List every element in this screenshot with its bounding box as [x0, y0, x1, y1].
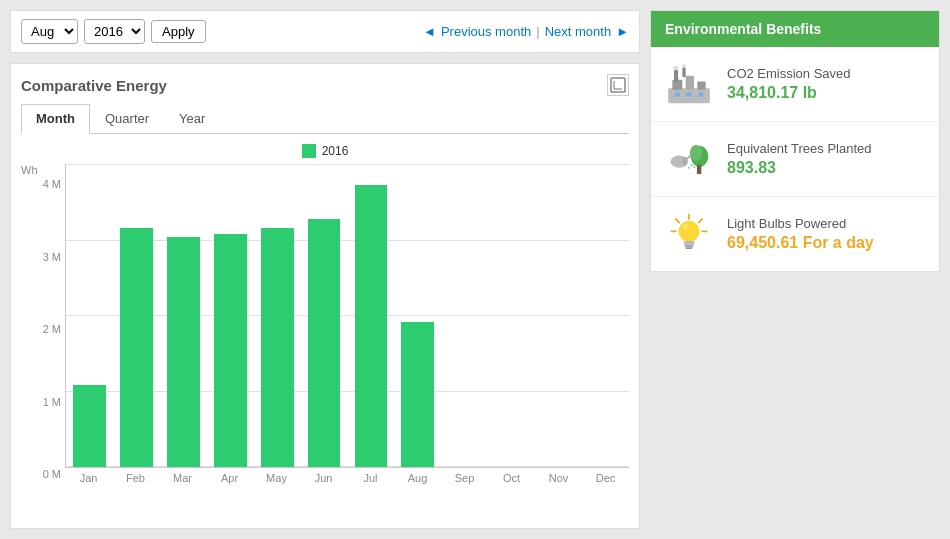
nav-links: ◄ Previous month | Next month ► [423, 24, 629, 39]
month-select[interactable]: JanFebMarApr MayJunJulAug SepOctNovDec [21, 19, 78, 44]
env-text-bulbs: Light Bulbs Powered 69,450.61 For a day [727, 216, 927, 252]
factory-icon [663, 61, 715, 107]
y-label-0m: 0 M [43, 468, 61, 480]
bulb-icon [663, 211, 715, 257]
env-label-trees: Equivalent Trees Planted [727, 141, 927, 156]
legend-label-2016: 2016 [322, 144, 349, 158]
tab-month[interactable]: Month [21, 104, 90, 134]
bar-mar [160, 164, 207, 467]
x-label-sep: Sep [441, 468, 488, 484]
prev-month-link[interactable]: Previous month [441, 24, 531, 39]
x-label-apr: Apr [206, 468, 253, 484]
svg-point-20 [688, 167, 690, 169]
bar-aug [394, 164, 441, 467]
svg-rect-7 [674, 70, 678, 82]
env-label-co2: CO2 Emission Saved [727, 66, 927, 81]
bar-jun [301, 164, 348, 467]
x-label-jul: Jul [347, 468, 394, 484]
svg-point-18 [691, 164, 693, 166]
wh-label: Wh [21, 164, 38, 176]
svg-point-10 [682, 64, 686, 67]
bars-row [66, 164, 629, 467]
year-select[interactable]: 2014201520162017 [84, 19, 145, 44]
x-label-aug: Aug [394, 468, 441, 484]
bar-oct [488, 164, 535, 467]
tree-icon [663, 136, 715, 182]
y-label-3m: 3 M [43, 251, 61, 263]
svg-point-30 [683, 223, 688, 230]
next-month-icon: ► [616, 24, 629, 39]
legend-color-2016 [302, 144, 316, 158]
main-container: JanFebMarApr MayJunJulAug SepOctNovDec 2… [0, 0, 950, 539]
top-bar: JanFebMarApr MayJunJulAug SepOctNovDec 2… [10, 10, 640, 53]
svg-rect-12 [687, 92, 692, 96]
x-label-feb: Feb [112, 468, 159, 484]
bars-area [65, 164, 629, 468]
nav-separator: | [536, 24, 539, 39]
chart-legend: 2016 [21, 144, 629, 158]
env-value-bulbs: 69,450.61 For a day [727, 234, 927, 252]
env-header: Environmental Benefits [651, 11, 939, 47]
svg-point-9 [673, 66, 678, 70]
env-item-co2: CO2 Emission Saved 34,810.17 lb [651, 47, 939, 122]
svg-rect-33 [685, 247, 692, 249]
x-label-mar: Mar [159, 468, 206, 484]
svg-line-27 [676, 219, 680, 223]
bar-sep [441, 164, 488, 467]
bar-jan [66, 164, 113, 467]
svg-rect-4 [672, 80, 682, 90]
svg-rect-0 [611, 78, 625, 92]
env-value-co2: 34,810.17 lb [727, 84, 927, 102]
chart-export-icon[interactable] [607, 74, 629, 96]
env-text-trees: Equivalent Trees Planted 893.83 [727, 141, 927, 177]
svg-rect-5 [686, 76, 694, 90]
left-panel: JanFebMarApr MayJunJulAug SepOctNovDec 2… [10, 10, 640, 529]
env-text-co2: CO2 Emission Saved 34,810.17 lb [727, 66, 927, 102]
next-month-link[interactable]: Next month [545, 24, 611, 39]
svg-rect-15 [683, 157, 687, 164]
chart-panel: Comparative Energy Month Quarter Year [10, 63, 640, 529]
x-label-dec: Dec [582, 468, 629, 484]
svg-rect-8 [682, 67, 685, 77]
right-panel: Environmental Benefits [650, 10, 940, 529]
tab-year[interactable]: Year [164, 104, 220, 133]
bar-may [254, 164, 301, 467]
y-label-1m: 1 M [43, 396, 61, 408]
prev-month-icon: ◄ [423, 24, 436, 39]
y-label-4m: 4 M [43, 178, 61, 190]
env-item-bulbs: Light Bulbs Powered 69,450.61 For a day [651, 197, 939, 271]
x-axis: Jan Feb Mar Apr May Jun Jul Aug Sep Oct … [65, 468, 629, 484]
svg-rect-6 [697, 82, 705, 90]
svg-point-29 [678, 221, 699, 242]
svg-rect-31 [684, 241, 695, 245]
svg-rect-13 [698, 92, 703, 96]
env-panel: Environmental Benefits [650, 10, 940, 272]
chart-title-row: Comparative Energy [21, 74, 629, 96]
bar-feb [113, 164, 160, 467]
tab-quarter[interactable]: Quarter [90, 104, 164, 133]
x-label-nov: Nov [535, 468, 582, 484]
x-label-oct: Oct [488, 468, 535, 484]
svg-rect-11 [675, 92, 680, 96]
chart-tabs: Month Quarter Year [21, 104, 629, 134]
bar-nov [535, 164, 582, 467]
chart-body: Jan Feb Mar Apr May Jun Jul Aug Sep Oct … [65, 164, 629, 484]
env-item-trees: Equivalent Trees Planted 893.83 [651, 122, 939, 197]
svg-point-19 [693, 166, 695, 168]
svg-rect-32 [685, 245, 694, 248]
bar-apr [207, 164, 254, 467]
chart-title: Comparative Energy [21, 77, 167, 94]
svg-point-23 [690, 145, 702, 161]
chart-wrapper: Wh 4 M 3 M 2 M 1 M 0 M [21, 164, 629, 484]
env-value-trees: 893.83 [727, 159, 927, 177]
svg-rect-22 [697, 165, 701, 174]
x-label-jun: Jun [300, 468, 347, 484]
bar-dec [582, 164, 629, 467]
env-label-bulbs: Light Bulbs Powered [727, 216, 927, 231]
x-label-may: May [253, 468, 300, 484]
y-label-2m: 2 M [43, 323, 61, 335]
apply-button[interactable]: Apply [151, 20, 206, 43]
svg-line-25 [699, 219, 703, 223]
bar-jul [348, 164, 395, 467]
x-label-jan: Jan [65, 468, 112, 484]
